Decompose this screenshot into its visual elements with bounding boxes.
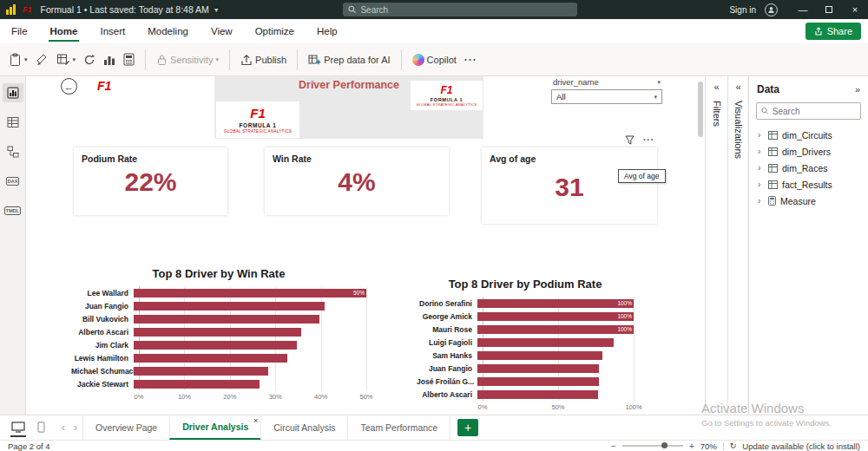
chevron-right-icon[interactable]: › <box>758 180 764 189</box>
titlebar-search[interactable] <box>343 3 577 16</box>
bar-row[interactable]: José Froilán G... <box>417 375 634 388</box>
share-button[interactable]: Share <box>806 23 861 40</box>
tmdl-view-icon[interactable]: TMDL <box>3 201 23 220</box>
bar[interactable]: 100% <box>477 299 634 308</box>
visualizations-panel-label[interactable]: Visualizations <box>733 101 744 159</box>
ribbon-more-button[interactable]: ··· <box>464 54 477 66</box>
chevron-down-icon[interactable]: ▾ <box>657 79 661 86</box>
bar-row[interactable]: Bill Vukovich <box>71 312 366 325</box>
zoom-in-button[interactable]: + <box>689 441 694 451</box>
bar[interactable]: 50% <box>134 289 366 297</box>
desktop-layout-icon[interactable] <box>10 419 26 437</box>
bar-row[interactable]: Luigi Fagioli <box>417 336 634 349</box>
page-tab-circuit-analysis[interactable]: Circuit Analysis <box>260 415 347 440</box>
kpi-card-win-rate[interactable]: Win Rate 4% <box>265 147 449 215</box>
expand-visualizations-icon[interactable]: « <box>735 82 740 92</box>
sign-in-button[interactable]: Sign in <box>729 5 756 15</box>
bar[interactable] <box>134 315 319 324</box>
expand-filters-icon[interactable]: « <box>713 82 719 92</box>
bar-row[interactable]: Juan Fangio <box>417 362 634 375</box>
bar[interactable] <box>134 341 297 350</box>
page-tab-overview[interactable]: Overview Page <box>82 415 169 440</box>
menu-modeling[interactable]: Modeling <box>136 19 200 43</box>
previous-page-icon[interactable]: ‹ <box>62 422 65 434</box>
collapse-data-panel-icon[interactable]: » <box>855 84 860 95</box>
zoom-out-button[interactable]: − <box>611 441 616 451</box>
dax-query-view-icon[interactable]: DAX <box>3 172 23 191</box>
bar-row[interactable]: Mauri Rose100% <box>417 323 634 336</box>
close-tab-icon[interactable]: × <box>253 416 258 425</box>
menu-help[interactable]: Help <box>306 19 349 43</box>
zoom-slider-knob[interactable] <box>661 442 667 448</box>
bar[interactable]: 100% <box>477 325 634 334</box>
bar-row[interactable]: Alberto Ascari <box>417 388 634 401</box>
publish-button[interactable]: Publish <box>240 54 286 66</box>
menu-insert[interactable]: Insert <box>89 19 136 43</box>
vertical-scrollbar[interactable] <box>698 82 703 137</box>
minimize-button[interactable]: — <box>790 0 816 19</box>
tree-item-measure[interactable]: › Measure <box>749 193 868 209</box>
new-visual-button[interactable] <box>103 54 115 66</box>
bar[interactable] <box>477 364 599 373</box>
bar-row[interactable]: Dorino Serafini100% <box>417 297 634 310</box>
chevron-right-icon[interactable]: › <box>758 163 764 173</box>
tree-item-fact-results[interactable]: › fact_Results <box>749 176 868 193</box>
bar-row[interactable]: Lewis Hamilton <box>71 351 366 364</box>
bar-row[interactable]: Jackie Stewart <box>71 377 366 390</box>
page-tab-team-performance[interactable]: Team Performance <box>347 415 450 440</box>
kpi-card-avg-age[interactable]: Avg of age 31 <box>482 147 657 224</box>
chevron-right-icon[interactable]: › <box>758 147 764 156</box>
maximize-button[interactable] <box>816 0 842 19</box>
model-view-icon[interactable] <box>3 142 23 161</box>
bar[interactable] <box>477 390 598 399</box>
bar-row[interactable]: Sam Hanks <box>417 349 634 362</box>
mobile-layout-icon[interactable] <box>36 419 46 437</box>
add-page-button[interactable]: + <box>457 419 478 436</box>
filter-icon[interactable] <box>625 135 635 145</box>
bar[interactable] <box>477 351 602 360</box>
bar[interactable] <box>477 338 614 347</box>
bar-chart-win-rate[interactable]: Top 8 Driver by Win Rate Lee Wallard50%J… <box>71 267 366 403</box>
tree-item-dim-circuits[interactable]: › dim_Circuits <box>749 127 868 143</box>
more-options-icon[interactable]: ··· <box>643 135 654 145</box>
bar[interactable] <box>134 380 260 389</box>
update-link[interactable]: Update available (click to install) <box>742 441 860 451</box>
bar[interactable] <box>134 302 325 310</box>
copilot-button[interactable]: Copilot <box>412 54 457 66</box>
title-dropdown-icon[interactable]: ▼ <box>214 7 220 13</box>
page-tab-driver-analysis[interactable]: Driver Analysis × <box>169 415 260 440</box>
bar[interactable]: 100% <box>477 312 634 321</box>
prep-data-ai-button[interactable]: Prep data for AI <box>308 54 390 66</box>
bar-row[interactable]: Lee Wallard50% <box>71 286 366 299</box>
get-data-button[interactable]: ▾ <box>56 53 76 66</box>
kpi-card-podium-rate[interactable]: Podium Rate 22% <box>74 147 227 215</box>
menu-optimize[interactable]: Optimize <box>244 19 306 43</box>
new-measure-button[interactable] <box>123 53 135 66</box>
paste-button[interactable]: ▾ <box>9 53 28 67</box>
bar-row[interactable]: Alberto Ascari <box>71 325 366 338</box>
format-painter-button[interactable] <box>36 53 49 66</box>
data-search-input[interactable] <box>773 107 856 116</box>
bar-row[interactable]: Juan Fangio <box>71 299 366 312</box>
close-button[interactable]: × <box>842 0 868 19</box>
bar-chart-podium-rate[interactable]: Top 8 Driver by Podium Rate Dorino Seraf… <box>417 278 634 414</box>
data-search-box[interactable] <box>756 102 861 120</box>
filters-panel-label[interactable]: Filters <box>712 101 722 127</box>
bar[interactable] <box>477 377 599 386</box>
bar-row[interactable]: Michael Schumacher <box>71 364 366 377</box>
bar-row[interactable]: Jim Clark <box>71 338 366 351</box>
bar[interactable] <box>134 367 268 376</box>
menu-home[interactable]: Home <box>39 19 89 43</box>
tree-item-dim-races[interactable]: › dim_Races <box>749 160 868 176</box>
back-button[interactable]: ← <box>61 78 77 95</box>
table-view-icon[interactable] <box>3 113 23 132</box>
report-canvas[interactable]: ← F1 Driver Performance F1 FORMULA 1 GLO… <box>26 76 705 415</box>
search-input[interactable] <box>360 5 572 15</box>
bar[interactable] <box>134 354 287 363</box>
zoom-slider[interactable] <box>622 445 683 447</box>
menu-view[interactable]: View <box>200 19 244 43</box>
chevron-right-icon[interactable]: › <box>758 196 764 206</box>
menu-file[interactable]: File <box>0 19 39 43</box>
report-view-icon[interactable] <box>3 83 23 102</box>
refresh-button[interactable] <box>83 54 95 66</box>
